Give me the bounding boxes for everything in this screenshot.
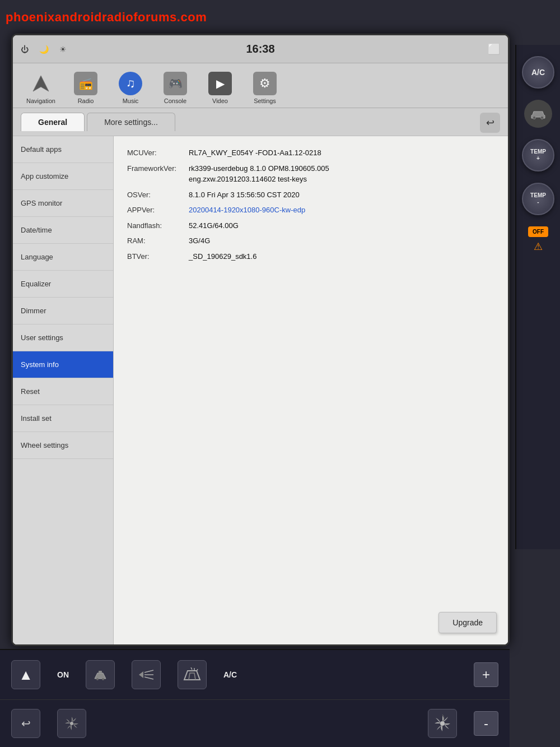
- windshield-button[interactable]: [178, 660, 207, 689]
- app-value: 20200414-1920x1080-960C-kw-edp: [189, 205, 494, 216]
- tab-settings-label: Settings: [254, 98, 276, 104]
- top-bar: ⏻ 🌙 ☀ 16:38 ⬜: [13, 35, 508, 63]
- mcu-row: MCUVer: RL7A_KWY_E054Y -FOD1-Aa1.12-0218: [127, 147, 494, 159]
- ram-row: RAM: 3G/4G: [127, 235, 494, 247]
- sidebar-item-reset[interactable]: Reset: [13, 378, 113, 405]
- ram-value: 3G/4G: [189, 235, 494, 247]
- nav-arrow-icon: [31, 73, 51, 94]
- minus-button[interactable]: -: [474, 711, 498, 736]
- sidebar-item-gps-monitor[interactable]: GPS monitor: [13, 190, 113, 217]
- fan-low-icon: [64, 716, 80, 731]
- power-icon[interactable]: ⏻: [18, 43, 31, 55]
- tab-navigation[interactable]: Navigation: [18, 68, 63, 108]
- sidebar-item-wheel-settings[interactable]: Wheel settings: [13, 432, 113, 459]
- svg-point-3: [96, 678, 99, 680]
- tab-general[interactable]: General: [21, 113, 85, 131]
- navigation-icon: [29, 72, 53, 95]
- tab-settings[interactable]: ⚙ Settings: [242, 68, 287, 108]
- screen-icon: ⬜: [488, 43, 500, 55]
- tab-console-label: Console: [164, 98, 186, 104]
- watermark: phoenixandroidradioforums.com: [6, 10, 207, 25]
- bottom-row2: ↩: [0, 699, 510, 747]
- sidebar-item-user-settings[interactable]: User settings: [13, 324, 113, 351]
- framework-row: FrameworkVer: rk3399-userdebug 8.1.0 OPM…: [127, 163, 494, 185]
- os-label: OSVer:: [127, 189, 189, 201]
- radio-icon: 📻: [74, 72, 97, 95]
- tab-radio[interactable]: 📻 Radio: [63, 68, 108, 108]
- windshield-icon: [183, 667, 201, 682]
- sidebar-item-install-set[interactable]: Install set: [13, 405, 113, 432]
- svg-marker-2: [33, 76, 49, 91]
- svg-line-8: [144, 677, 153, 679]
- fan-low-button[interactable]: [57, 709, 86, 738]
- indicator-group: OFF ⚠: [528, 226, 548, 253]
- tab-more-settings[interactable]: More settings...: [87, 113, 175, 131]
- temp-plus-button[interactable]: TEMP+: [522, 139, 554, 171]
- right-controls-panel: A/C TEMP+ TEMP- OFF ⚠: [515, 45, 560, 549]
- fan-spray-icon: [138, 668, 155, 681]
- brightness-icon[interactable]: ☀: [57, 43, 69, 55]
- mcu-label: MCUVer:: [127, 147, 189, 159]
- framework-label: FrameworkVer:: [127, 163, 189, 185]
- back-arrow-button[interactable]: ↩: [11, 709, 40, 738]
- sidebar-item-app-customize[interactable]: App customize: [13, 163, 113, 190]
- nandflash-value: 52.41G/64.00G: [189, 220, 494, 231]
- framework-value2: eng.zxw.20191203.114602 test-keys: [189, 174, 329, 185]
- framework-value-group: rk3399-userdebug 8.1.0 OPM8.190605.005 e…: [189, 163, 329, 185]
- svg-point-0: [533, 117, 536, 119]
- mcu-value: RL7A_KWY_E054Y -FOD1-Aa1.12-0218: [189, 147, 494, 159]
- sidebar-item-language[interactable]: Language: [13, 244, 113, 271]
- content-panel: MCUVer: RL7A_KWY_E054Y -FOD1-Aa1.12-0218…: [114, 136, 508, 644]
- sidebar-item-default-apps[interactable]: Default apps: [13, 136, 113, 163]
- svg-point-13: [440, 721, 445, 726]
- tab-navigation-label: Navigation: [26, 98, 55, 104]
- right-buttons: +: [474, 662, 498, 687]
- svg-line-9: [191, 667, 192, 670]
- ac-button[interactable]: A/C: [522, 56, 554, 89]
- car-icon: [530, 106, 546, 122]
- bottom-row1: ▲ ON: [0, 650, 510, 699]
- sidebar-item-dimmer[interactable]: Dimmer: [13, 298, 113, 324]
- settings-icon: ⚙: [253, 72, 277, 95]
- nav-tabs-bar: Navigation 📻 Radio ♫ Music 🎮 Console ▶ V…: [13, 63, 508, 108]
- sidebar-item-system-info[interactable]: System info: [13, 351, 113, 378]
- car-bezel: phoenixandroidradioforums.com A/C TEMP+ …: [0, 0, 560, 747]
- bt-row: BTVer: _SD_190629_sdk1.6: [127, 251, 494, 262]
- plus-button[interactable]: +: [474, 662, 498, 687]
- ram-label: RAM:: [127, 235, 189, 247]
- upgrade-button[interactable]: Upgrade: [438, 612, 497, 633]
- svg-point-4: [102, 678, 104, 680]
- tab-video[interactable]: ▶ Video: [198, 68, 242, 108]
- app-row: APPVer: 20200414-1920x1080-960C-kw-edp: [127, 205, 494, 216]
- car-vent-button[interactable]: [86, 660, 115, 689]
- left-sidebar: Default apps App customize GPS monitor D…: [13, 136, 114, 644]
- sidebar-item-datetime[interactable]: Date/time: [13, 217, 113, 244]
- os-value: 8.1.0 Fri Apr 3 15:56:50 CST 2020: [189, 189, 494, 201]
- moon-icon[interactable]: 🌙: [38, 43, 50, 55]
- bt-label: BTVer:: [127, 251, 189, 262]
- video-icon: ▶: [208, 72, 232, 95]
- up-arrow-button[interactable]: ▲: [11, 660, 40, 689]
- tab-music[interactable]: ♫ Music: [108, 68, 153, 108]
- main-content: Default apps App customize GPS monitor D…: [13, 136, 508, 644]
- fan-spray-button[interactable]: [132, 660, 161, 689]
- tab-music-label: Music: [123, 98, 139, 104]
- car-vent-icon: [92, 666, 109, 683]
- warning-icon: ⚠: [534, 240, 543, 253]
- top-bar-icons: ⏻ 🌙 ☀: [18, 43, 69, 55]
- bottom-controls: ▲ ON: [0, 649, 510, 747]
- ac-bottom-label: A/C: [223, 670, 237, 679]
- car-icon-btn[interactable]: [524, 100, 552, 128]
- os-row: OSVer: 8.1.0 Fri Apr 3 15:56:50 CST 2020: [127, 189, 494, 201]
- bt-value: _SD_190629_sdk1.6: [189, 251, 494, 262]
- console-icon: 🎮: [164, 72, 187, 95]
- sidebar-item-equalizer[interactable]: Equalizer: [13, 271, 113, 298]
- on-label: ON: [57, 670, 69, 679]
- back-button[interactable]: ↩: [480, 113, 500, 133]
- framework-value: rk3399-userdebug 8.1.0 OPM8.190605.005: [189, 163, 329, 174]
- app-label: APPVer:: [127, 205, 189, 216]
- tab-console[interactable]: 🎮 Console: [153, 68, 198, 108]
- fan-high-button[interactable]: [428, 709, 457, 738]
- svg-point-12: [70, 722, 73, 725]
- temp-minus-button[interactable]: TEMP-: [522, 183, 554, 215]
